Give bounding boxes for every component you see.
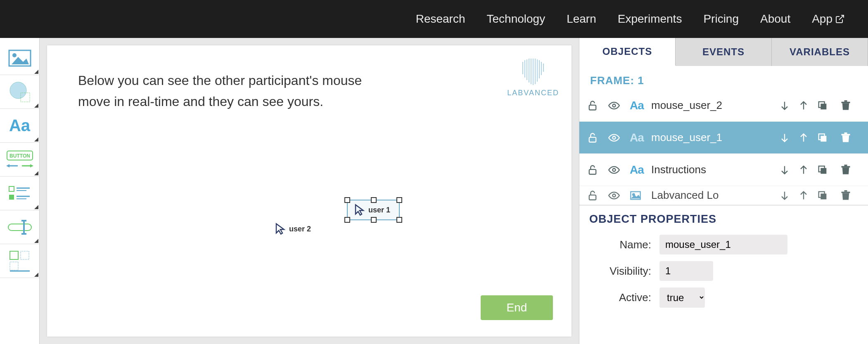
arrow-up-icon[interactable] — [798, 164, 809, 176]
canvas-wrap: Below you can see the other participant'… — [40, 38, 579, 344]
logo-text: LABVANCED — [507, 89, 559, 97]
prop-name-input[interactable] — [659, 235, 787, 254]
end-button[interactable]: End — [481, 295, 553, 320]
object-row-instructions[interactable]: Aa Instructions — [579, 154, 868, 186]
arrow-up-icon[interactable] — [798, 132, 809, 144]
resize-handle-s[interactable] — [371, 217, 377, 223]
resize-handle-ne[interactable] — [396, 197, 402, 203]
unlock-icon[interactable] — [587, 132, 598, 144]
resize-handle-se[interactable] — [396, 217, 402, 223]
tool-image[interactable] — [0, 41, 39, 75]
inspector-panel: OBJECTS EVENTS VARIABLES FRAME: 1 Aa mou… — [579, 38, 868, 344]
nav-experiments[interactable]: Experiments — [618, 12, 682, 26]
tool-shape[interactable] — [0, 75, 39, 109]
image-icon — [8, 49, 31, 67]
arrow-up-icon[interactable] — [798, 190, 809, 201]
eye-icon[interactable] — [608, 190, 620, 201]
object-row-mouse-user-1[interactable]: Aa mouse_user_1 — [579, 122, 868, 154]
svg-marker-3 — [12, 57, 29, 64]
nav-app[interactable]: App — [812, 12, 845, 26]
nav-pricing[interactable]: Pricing — [703, 12, 739, 26]
button-icon: BUTTON — [5, 149, 34, 170]
svg-point-62 — [613, 194, 616, 197]
prop-visibility-label: Visibility: — [589, 265, 651, 278]
instructions-text: Below you can see the other participant'… — [78, 70, 392, 112]
svg-rect-13 — [9, 195, 14, 200]
cursor1-label: user 1 — [368, 206, 390, 214]
copy-icon[interactable] — [817, 164, 828, 176]
arrow-down-icon[interactable] — [779, 100, 790, 111]
nav-about[interactable]: About — [760, 12, 790, 26]
arrow-down-icon[interactable] — [779, 164, 790, 176]
top-nav: Research Technology Learn Experiments Pr… — [0, 0, 868, 38]
unlock-icon[interactable] — [587, 164, 598, 176]
prop-visibility-input[interactable] — [659, 261, 713, 281]
unlock-icon[interactable] — [587, 190, 598, 201]
arrow-down-icon[interactable] — [779, 132, 790, 144]
svg-rect-70 — [844, 190, 847, 192]
object-row-labvanced-logo[interactable]: Labvanced Lo — [579, 186, 868, 205]
frame-label: FRAME: 1 — [579, 66, 868, 90]
input-icon — [7, 219, 32, 236]
svg-line-0 — [839, 15, 844, 20]
object-name: mouse_user_2 — [651, 99, 776, 112]
tool-list[interactable] — [0, 177, 39, 210]
selected-object-box[interactable]: user 1 — [347, 200, 400, 220]
arrow-down-icon[interactable] — [779, 190, 790, 201]
eye-icon[interactable] — [608, 100, 620, 111]
grid-icon — [9, 250, 31, 272]
prop-name-row: Name: — [579, 231, 868, 258]
svg-rect-24 — [10, 262, 18, 270]
tab-events[interactable]: EVENTS — [676, 38, 772, 66]
svg-rect-45 — [589, 137, 596, 142]
tool-input[interactable] — [0, 210, 39, 244]
svg-rect-23 — [21, 251, 29, 259]
arrow-up-icon[interactable] — [798, 100, 809, 111]
object-list: Aa mouse_user_2 Aa mouse_user_1 — [579, 90, 868, 205]
text-icon: Aa — [9, 116, 30, 135]
nav-technology[interactable]: Technology — [487, 12, 545, 26]
resize-handle-sw[interactable] — [344, 217, 350, 223]
nav-app-label: App — [812, 12, 832, 26]
eye-icon[interactable] — [608, 164, 620, 176]
svg-rect-59 — [842, 166, 850, 167]
tab-variables[interactable]: VARIABLES — [772, 38, 868, 66]
tool-palette: Aa BUTTON — [0, 38, 40, 344]
nav-learn[interactable]: Learn — [567, 12, 596, 26]
tab-objects[interactable]: OBJECTS — [579, 38, 676, 66]
tool-button[interactable]: BUTTON — [0, 143, 39, 177]
canvas[interactable]: Below you can see the other participant'… — [47, 45, 572, 337]
resize-handle-nw[interactable] — [344, 197, 350, 203]
nav-research[interactable]: Research — [416, 12, 465, 26]
svg-rect-57 — [821, 168, 826, 174]
copy-icon[interactable] — [817, 100, 828, 111]
object-name: Instructions — [651, 163, 776, 176]
resize-handle-n[interactable] — [371, 197, 377, 203]
svg-rect-67 — [821, 193, 826, 199]
trash-icon[interactable] — [840, 190, 851, 201]
svg-point-46 — [613, 136, 616, 139]
external-link-icon — [835, 14, 845, 24]
trash-icon[interactable] — [840, 132, 851, 144]
prop-active-select[interactable]: true — [659, 287, 705, 308]
trash-icon[interactable] — [840, 100, 851, 111]
tool-text[interactable]: Aa — [0, 109, 39, 143]
image-type-icon — [630, 190, 641, 201]
svg-rect-41 — [821, 104, 826, 109]
object-name: mouse_user_1 — [651, 131, 776, 144]
svg-marker-11 — [30, 164, 33, 167]
copy-icon[interactable] — [817, 132, 828, 144]
cursor-icon — [274, 223, 287, 235]
copy-icon[interactable] — [817, 190, 828, 201]
text-type-icon: Aa — [630, 99, 649, 112]
svg-rect-51 — [842, 134, 850, 135]
tab-bar: OBJECTS EVENTS VARIABLES — [579, 38, 868, 66]
trash-icon[interactable] — [840, 164, 851, 176]
unlock-icon[interactable] — [587, 100, 598, 111]
cursor-user2: user 2 — [274, 223, 311, 235]
eye-icon[interactable] — [608, 132, 620, 144]
svg-rect-12 — [9, 186, 14, 191]
object-row-mouse-user-2[interactable]: Aa mouse_user_2 — [579, 90, 868, 122]
tool-grid[interactable] — [0, 244, 39, 278]
properties-header: OBJECT PROPERTIES — [579, 205, 868, 231]
